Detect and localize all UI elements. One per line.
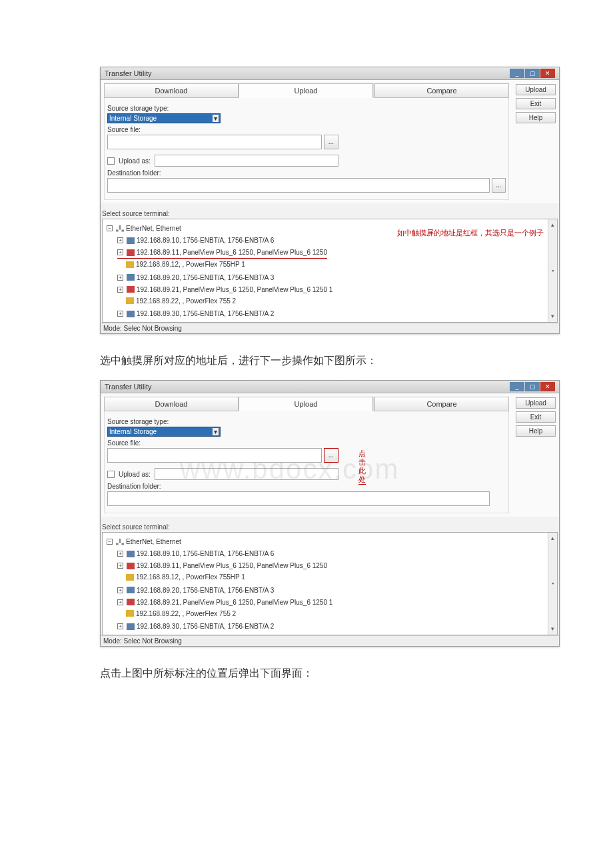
exit-button[interactable]: Exit: [516, 98, 556, 109]
window-body: Download Upload Compare Source storage t…: [101, 80, 559, 203]
collapse-icon[interactable]: −: [107, 539, 113, 545]
tree-node[interactable]: 192.168.89.12, , PowerFlex 755HP 1: [117, 259, 245, 270]
source-file-input[interactable]: [107, 135, 322, 149]
tree-node[interactable]: +192.168.89.21, PanelView Plus_6 1250, P…: [117, 597, 332, 608]
tree-label: 192.168.89.22, , PowerFlex 755 2: [136, 608, 236, 619]
close-button[interactable]: ✕: [540, 69, 555, 78]
upload-form: Source storage type: Internal Storage ▾ …: [104, 411, 509, 513]
scroll-down-icon[interactable]: ▾: [551, 623, 554, 635]
tree-node[interactable]: +192.168.89.10, 1756-ENBT/A, 1756-ENBT/A…: [117, 548, 274, 559]
minimize-button[interactable]: _: [510, 69, 524, 78]
tab-compare[interactable]: Compare: [374, 83, 509, 98]
tree-node-selected[interactable]: +192.168.89.11, PanelView Plus_6 1250, P…: [117, 247, 327, 259]
scroll-up-icon[interactable]: ▴: [551, 219, 554, 231]
maximize-button[interactable]: ▢: [525, 382, 540, 391]
side-buttons: Upload Exit Help: [512, 80, 559, 203]
storage-type-select[interactable]: Internal Storage ▾: [107, 427, 221, 437]
terminal-tree: − EtherNet, Ethernet +192.168.89.10, 175…: [102, 532, 558, 635]
scroll-up-icon[interactable]: ▴: [551, 533, 554, 544]
scroll-thumb-icon[interactable]: ▪: [552, 265, 554, 277]
expand-icon[interactable]: +: [117, 311, 123, 317]
storage-type-value: Internal Storage: [109, 428, 157, 435]
exit-button[interactable]: Exit: [516, 411, 556, 423]
source-file-label: Source file:: [107, 439, 506, 447]
tree-root[interactable]: − EtherNet, Ethernet: [107, 536, 181, 547]
window-body: Download Upload Compare Source storage t…: [101, 393, 559, 517]
tab-download[interactable]: Download: [104, 83, 239, 98]
help-button[interactable]: Help: [516, 112, 556, 123]
source-file-input[interactable]: [107, 448, 322, 463]
expand-icon[interactable]: +: [117, 287, 123, 293]
destination-folder-input[interactable]: [107, 178, 490, 193]
main-tabs: Download Upload Compare: [104, 83, 509, 98]
upload-as-input[interactable]: [155, 155, 338, 167]
expand-icon[interactable]: +: [117, 563, 123, 569]
upload-as-label: Upload as:: [119, 157, 151, 165]
module-icon: [127, 311, 135, 317]
expand-icon[interactable]: +: [117, 237, 123, 243]
titlebar[interactable]: Transfer Utility _ ▢ ✕: [101, 67, 559, 80]
powerflex-icon: [126, 261, 134, 268]
tab-upload[interactable]: Upload: [239, 83, 373, 98]
tree-node[interactable]: +192.168.89.30, 1756-ENBT/A, 1756-ENBT/A…: [117, 621, 274, 632]
scroll-thumb-icon[interactable]: ▪: [552, 578, 554, 589]
upload-button[interactable]: Upload: [516, 397, 556, 409]
dest-browse-button[interactable]: ...: [492, 178, 506, 193]
tree-scrollbar[interactable]: ▴ ▪ ▾: [548, 219, 557, 322]
upload-button[interactable]: Upload: [516, 84, 556, 95]
network-icon: [116, 225, 124, 232]
select-terminal-label: Select source terminal:: [102, 210, 558, 217]
window-controls: _ ▢ ✕: [510, 382, 555, 391]
tree-node[interactable]: +192.168.89.21, PanelView Plus_6 1250, P…: [117, 284, 332, 295]
tab-compare[interactable]: Compare: [374, 397, 509, 411]
tree-scrollbar[interactable]: ▴ ▪ ▾: [548, 533, 557, 635]
upload-as-input[interactable]: [155, 468, 338, 480]
tab-upload[interactable]: Upload: [239, 397, 373, 411]
transfer-utility-window-1: Transfer Utility _ ▢ ✕ Download Upload C…: [100, 67, 560, 334]
tree-node[interactable]: 192.168.89.12, , PowerFlex 755HP 1: [117, 571, 245, 583]
tree-node[interactable]: +192.168.89.20, 1756-ENBT/A, 1756-ENBT/A…: [117, 585, 274, 596]
tree-label: 192.168.89.20, 1756-ENBT/A, 1756-ENBT/A …: [137, 585, 274, 596]
tree-node[interactable]: +192.168.89.30, 1756-ENBT/A, 1756-ENBT/A…: [117, 308, 274, 319]
tree-node[interactable]: 192.168.89.22, , PowerFlex 755 2: [117, 608, 236, 619]
storage-type-label: Source storage type:: [107, 418, 506, 425]
tree-node[interactable]: +192.168.89.11, PanelView Plus_6 1250, P…: [117, 560, 327, 571]
storage-type-select[interactable]: Internal Storage ▾: [107, 113, 221, 123]
browse-button[interactable]: ...: [324, 448, 338, 463]
browse-button[interactable]: ...: [324, 135, 338, 149]
main-tabs: Download Upload Compare: [104, 397, 509, 411]
expand-icon[interactable]: +: [117, 587, 123, 593]
storage-type-value: Internal Storage: [109, 115, 157, 122]
tab-download[interactable]: Download: [104, 397, 239, 411]
scroll-down-icon[interactable]: ▾: [551, 311, 554, 322]
upload-as-checkbox[interactable]: [107, 157, 115, 165]
panelview-icon: [127, 286, 135, 293]
expand-icon[interactable]: +: [117, 249, 123, 255]
tree-label: 192.168.89.12, , PowerFlex 755HP 1: [136, 259, 245, 270]
destination-folder-input[interactable]: [107, 491, 490, 506]
upload-as-checkbox[interactable]: [107, 471, 115, 478]
maximize-button[interactable]: ▢: [525, 69, 540, 78]
tree-label: 192.168.89.20, 1756-ENBT/A, 1756-ENBT/A …: [137, 272, 274, 283]
expand-icon[interactable]: +: [117, 623, 123, 629]
expand-icon[interactable]: +: [117, 551, 123, 557]
titlebar[interactable]: Transfer Utility _ ▢ ✕: [101, 381, 559, 393]
tree-label: 192.168.89.30, 1756-ENBT/A, 1756-ENBT/A …: [137, 308, 274, 319]
dropdown-icon: ▾: [213, 115, 219, 122]
expand-icon[interactable]: +: [117, 275, 123, 281]
tree-root[interactable]: − EtherNet, Ethernet: [107, 223, 181, 234]
tree-label: 192.168.89.11, PanelView Plus_6 1250, Pa…: [137, 247, 327, 258]
tree-node[interactable]: +192.168.89.20, 1756-ENBT/A, 1756-ENBT/A…: [117, 272, 274, 283]
tree-node[interactable]: 192.168.89.22, , PowerFlex 755 2: [117, 295, 236, 307]
help-button[interactable]: Help: [516, 425, 556, 437]
tree-node[interactable]: +192.168.89.10, 1756-ENBT/A, 1756-ENBT/A…: [117, 235, 274, 246]
collapse-icon[interactable]: −: [107, 225, 113, 231]
panelview-icon: [127, 563, 135, 569]
panelview-icon: [127, 249, 135, 256]
close-button[interactable]: ✕: [540, 382, 555, 391]
tree-label: 192.168.89.10, 1756-ENBT/A, 1756-ENBT/A …: [137, 548, 274, 559]
status-bar: Mode: Selec Not Browsing: [101, 323, 559, 333]
status-bar: Mode: Selec Not Browsing: [101, 635, 559, 646]
minimize-button[interactable]: _: [510, 382, 524, 391]
expand-icon[interactable]: +: [117, 599, 123, 605]
